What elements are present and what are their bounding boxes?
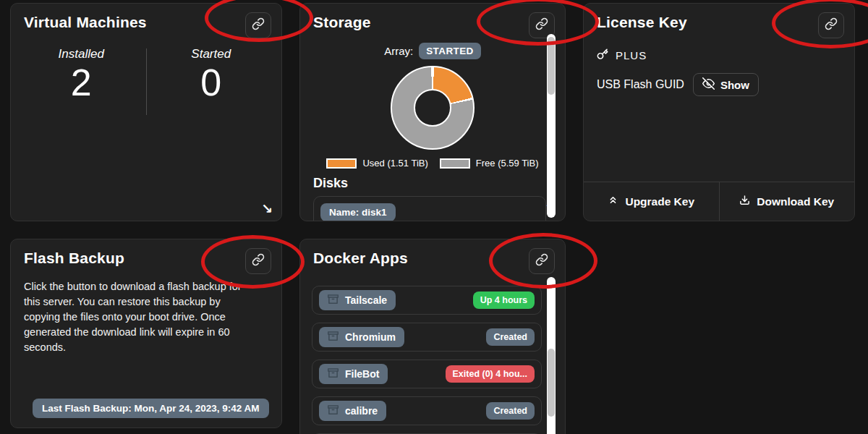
- storage-donut-chart: [391, 66, 475, 150]
- last-flash-backup-badge: Last Flash Backup: Mon, Apr 24, 2023, 9:…: [33, 399, 269, 418]
- flash-backup-description: Click the button to download a flash bac…: [11, 279, 271, 355]
- link-icon: [535, 17, 548, 33]
- virtual-machines-title: Virtual Machines: [24, 12, 147, 31]
- key-icon: [597, 48, 608, 62]
- docker-apps-card: Docker Apps Tailscale Up 4 hours Chromiu…: [299, 239, 566, 434]
- scrollbar-thumb[interactable]: [548, 37, 555, 95]
- docker-app-name-badge: Tailscale: [319, 290, 396, 310]
- storage-card: Storage Array: STARTED Used (1.51 TiB): [299, 3, 566, 221]
- link-icon: [535, 253, 548, 269]
- storage-scrollbar[interactable]: [547, 34, 556, 218]
- array-status-badge: STARTED: [419, 43, 481, 59]
- legend-swatch-free: [440, 158, 470, 169]
- license-footer: Upgrade Key Download Key: [584, 182, 854, 221]
- vm-started-value: 0: [147, 61, 276, 105]
- docker-scrollbar[interactable]: [547, 277, 556, 434]
- archive-box-icon: [328, 331, 339, 344]
- license-key-title: License Key: [597, 12, 687, 31]
- show-button-label: Show: [720, 79, 749, 91]
- license-tier-row: PLUS: [584, 48, 854, 62]
- flash-backup-title: Flash Backup: [24, 248, 124, 267]
- download-key-label: Download Key: [757, 195, 834, 208]
- license-tier-label: PLUS: [616, 49, 647, 61]
- docker-app-row[interactable]: Tailscale Up 4 hours: [312, 286, 542, 315]
- docker-app-name: Tailscale: [345, 294, 387, 306]
- card-header: License Key: [584, 4, 854, 38]
- docker-app-status-badge: Exited (0) 4 hou...: [446, 365, 535, 383]
- link-icon-button[interactable]: [245, 248, 271, 274]
- vm-installed-label: Installed: [17, 47, 146, 61]
- disks-heading: Disks: [313, 176, 348, 191]
- download-icon: [739, 195, 750, 208]
- vm-installed: Installed 2: [17, 47, 146, 115]
- archive-box-icon: [328, 294, 339, 307]
- expand-arrow-icon[interactable]: ↘: [261, 200, 273, 216]
- vm-started: Started 0: [147, 47, 276, 115]
- storage-body: Array: STARTED Used (1.51 TiB) Free (5.5…: [300, 38, 565, 221]
- legend-label-free: Free (5.59 TiB): [476, 158, 539, 169]
- docker-app-name-badge: calibre: [319, 401, 386, 421]
- docker-app-row[interactable]: Chromium Created: [312, 323, 542, 352]
- disk-name-badge: Name: disk1: [320, 203, 396, 221]
- docker-app-name-badge: Chromium: [319, 327, 404, 347]
- docker-app-row[interactable]: calibre Created: [312, 396, 542, 425]
- card-header: Virtual Machines: [11, 4, 281, 38]
- disk-list-item[interactable]: Name: disk1: [313, 196, 546, 221]
- guid-label: USB Flash GUID: [597, 78, 684, 91]
- expand-arrow-icon[interactable]: ↘: [545, 200, 556, 216]
- link-icon: [825, 17, 838, 33]
- link-icon: [252, 253, 265, 269]
- flash-backup-card: Flash Backup Click the button to downloa…: [10, 239, 282, 428]
- card-header: Docker Apps: [300, 239, 565, 274]
- docker-apps-title: Docker Apps: [313, 248, 408, 267]
- virtual-machines-card: Virtual Machines Installed 2 Started 0 ↘: [10, 3, 282, 221]
- card-header: Storage: [300, 4, 565, 38]
- eye-off-icon: [702, 77, 715, 92]
- link-icon: [252, 17, 265, 33]
- storage-title: Storage: [313, 12, 371, 31]
- chart-legend: Used (1.51 TiB) Free (5.59 TiB): [326, 158, 538, 169]
- legend-item-free: Free (5.59 TiB): [440, 158, 539, 169]
- array-label: Array:: [384, 45, 413, 57]
- license-guid-row: USB Flash GUID Show: [584, 73, 854, 96]
- link-icon-button[interactable]: [529, 248, 555, 274]
- upgrade-key-button[interactable]: Upgrade Key: [584, 182, 720, 221]
- docker-app-name-badge: FileBot: [319, 364, 388, 384]
- legend-label-used: Used (1.51 TiB): [362, 158, 427, 169]
- archive-box-icon: [328, 404, 339, 417]
- docker-app-status-badge: Up 4 hours: [473, 292, 535, 309]
- vm-installed-value: 2: [17, 61, 146, 105]
- vm-stats: Installed 2 Started 0: [11, 47, 281, 115]
- archive-box-icon: [328, 367, 339, 380]
- dashboard: Virtual Machines Installed 2 Started 0 ↘…: [0, 0, 868, 434]
- legend-swatch-used: [326, 158, 357, 169]
- docker-app-name: Chromium: [345, 331, 396, 343]
- docker-app-name: calibre: [345, 405, 378, 417]
- link-icon-button[interactable]: [818, 12, 844, 38]
- scrollbar-thumb[interactable]: [548, 349, 555, 417]
- link-icon-button[interactable]: [245, 12, 271, 38]
- vm-started-label: Started: [147, 47, 276, 61]
- docker-app-status-badge: Created: [486, 402, 535, 420]
- download-key-button[interactable]: Download Key: [720, 182, 855, 221]
- chevrons-up-icon: [608, 195, 618, 208]
- docker-app-list: Tailscale Up 4 hours Chromium Created Fi…: [300, 286, 565, 434]
- show-guid-button[interactable]: Show: [693, 73, 759, 96]
- docker-app-name: FileBot: [345, 368, 379, 380]
- card-header: Flash Backup: [11, 239, 281, 274]
- license-key-card: License Key PLUS USB Flash GUID Show: [583, 3, 855, 221]
- legend-item-used: Used (1.51 TiB): [326, 158, 427, 169]
- docker-app-row[interactable]: FileBot Exited (0) 4 hou...: [312, 359, 542, 388]
- array-status-row: Array: STARTED: [384, 43, 481, 59]
- docker-app-status-badge: Created: [486, 328, 535, 346]
- donut-hole: [414, 89, 451, 127]
- upgrade-key-label: Upgrade Key: [625, 195, 694, 208]
